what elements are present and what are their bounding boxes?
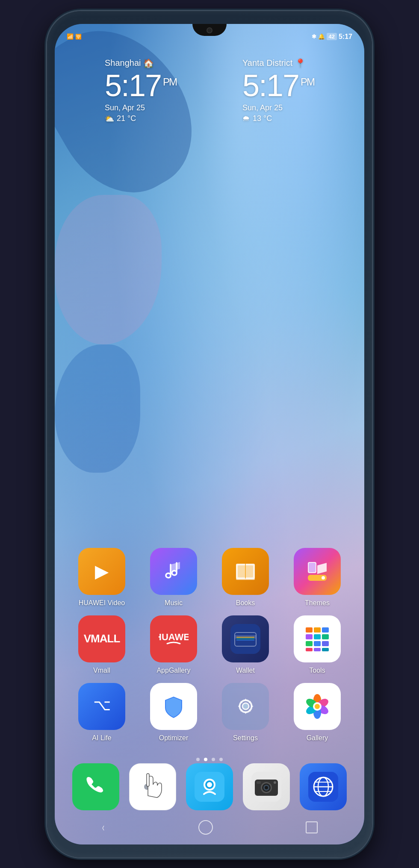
home-icon: 🏠	[143, 58, 154, 68]
clock-weather-1: ⛅ 21 °C	[105, 114, 177, 124]
ailife-icon: ⌥	[78, 683, 125, 730]
svg-point-57	[274, 781, 276, 784]
app-huawei-video[interactable]: HUAWEI Video	[72, 548, 132, 607]
appgallery-label: AppGallery	[156, 667, 190, 674]
status-right-icons: ✱ 🔔 42 5:17	[312, 33, 353, 41]
home-button[interactable]	[198, 820, 213, 835]
alarm-icon: 🔔	[318, 33, 325, 40]
svg-rect-19	[322, 627, 329, 633]
app-settings[interactable]: Settings	[215, 683, 275, 742]
nav-bar: ‹	[55, 815, 364, 840]
weather-icon-2: 🌧	[242, 114, 250, 123]
books-icon	[222, 548, 269, 595]
svg-text:⌥: ⌥	[93, 696, 110, 714]
page-dot-4	[219, 758, 223, 761]
battery-indicator: 42	[327, 33, 337, 40]
svg-point-32	[243, 704, 248, 709]
settings-label: Settings	[233, 734, 258, 742]
page-dot-1	[196, 758, 200, 761]
browser-icon	[300, 763, 347, 810]
app-optimizer[interactable]: Optimizer	[144, 683, 204, 742]
svg-rect-23	[306, 641, 313, 646]
bluetooth-icon: ✱	[312, 33, 316, 40]
app-row-3: ⌥ AI Life Optimizer	[72, 683, 347, 742]
status-left-icons: 📶 🛜	[67, 33, 82, 40]
clock-widget-shanghai: Shanghai 🏠 5:17PM Sun, Apr 25 ⛅ 21 °C	[105, 58, 177, 124]
dock-assistant[interactable]	[184, 763, 235, 810]
app-appgallery[interactable]: HUAWEI AppGallery	[144, 615, 204, 674]
time-display: 5:17	[339, 33, 352, 41]
dock	[55, 763, 364, 810]
clock-date-2: Sun, Apr 25	[242, 103, 314, 112]
app-row-1: HUAWEI Video Music	[72, 548, 347, 607]
wallet-label: Wallet	[236, 667, 255, 674]
location-icon: 📍	[295, 58, 306, 68]
svg-rect-20	[306, 634, 313, 639]
sim-icon: 📶	[67, 33, 74, 40]
svg-rect-27	[314, 648, 321, 651]
dock-phone[interactable]	[70, 763, 121, 810]
tools-label: Tools	[309, 667, 325, 674]
app-ailife[interactable]: ⌥ AI Life	[72, 683, 132, 742]
music-label: Music	[165, 599, 183, 607]
clock-time-2: 5:17PM	[242, 70, 314, 101]
gallery-icon	[294, 683, 341, 730]
vmall-label: Vmall	[93, 667, 110, 674]
app-tools[interactable]: Tools	[287, 615, 347, 674]
huawei-video-label: HUAWEI Video	[79, 599, 125, 607]
app-grid: HUAWEI Video Music	[55, 548, 364, 750]
wallet-icon	[222, 615, 269, 662]
app-books[interactable]: Books	[215, 548, 275, 607]
books-label: Books	[236, 599, 255, 607]
page-dot-2	[204, 758, 207, 761]
phone-screen: 📶 🛜 ✱ 🔔 42 5:17 Shanghai 🏠 5:17PM Sun,	[55, 24, 364, 844]
svg-rect-18	[314, 627, 321, 633]
app-music[interactable]: Music	[144, 548, 204, 607]
app-gallery[interactable]: Gallery	[287, 683, 347, 742]
settings-icon	[222, 683, 269, 730]
dock-messages[interactable]	[127, 763, 178, 810]
weather-icon-1: ⛅	[105, 114, 114, 124]
svg-rect-22	[322, 634, 329, 639]
svg-rect-5	[309, 563, 316, 572]
svg-rect-24	[314, 641, 321, 646]
app-row-2: VMALL Vmall HUAWEI AppGallery	[72, 615, 347, 674]
back-button[interactable]: ‹	[102, 821, 105, 834]
assistant-icon	[186, 763, 233, 810]
svg-rect-21	[314, 634, 321, 639]
clock-time-1: 5:17PM	[105, 70, 177, 101]
svg-point-42	[315, 704, 320, 709]
dock-browser[interactable]	[298, 763, 349, 810]
themes-icon	[294, 548, 341, 595]
city-name-2: Yanta District 📍	[242, 58, 314, 68]
svg-rect-17	[306, 627, 313, 633]
svg-point-50	[207, 782, 212, 787]
clock-weather-2: 🌧 13 °C	[242, 114, 314, 123]
svg-point-46	[155, 784, 161, 790]
app-vmall[interactable]: VMALL Vmall	[72, 615, 132, 674]
wifi-icon: 🛜	[75, 34, 82, 40]
optimizer-icon	[150, 683, 197, 730]
ailife-label: AI Life	[92, 734, 111, 742]
clock-area: Shanghai 🏠 5:17PM Sun, Apr 25 ⛅ 21 °C Ya…	[55, 58, 364, 124]
recent-button[interactable]	[306, 821, 318, 833]
optimizer-label: Optimizer	[159, 734, 188, 742]
app-wallet[interactable]: Wallet	[215, 615, 275, 674]
svg-rect-14	[236, 638, 254, 639]
svg-rect-3	[236, 578, 255, 580]
svg-rect-58	[257, 781, 261, 784]
city-name-1: Shanghai 🏠	[105, 58, 177, 68]
app-themes[interactable]: Themes	[287, 548, 347, 607]
svg-rect-13	[236, 637, 254, 638]
gallery-label: Gallery	[307, 734, 328, 742]
camera-icon	[243, 763, 290, 810]
svg-point-7	[322, 576, 325, 580]
svg-rect-25	[322, 641, 329, 646]
svg-rect-28	[322, 648, 329, 651]
dock-camera[interactable]	[241, 763, 292, 810]
vmall-icon: VMALL	[78, 615, 125, 662]
page-dot-3	[212, 758, 215, 761]
svg-point-44	[144, 784, 150, 790]
clock-widget-yanta: Yanta District 📍 5:17PM Sun, Apr 25 🌧 13…	[242, 58, 314, 124]
svg-rect-26	[306, 648, 313, 651]
